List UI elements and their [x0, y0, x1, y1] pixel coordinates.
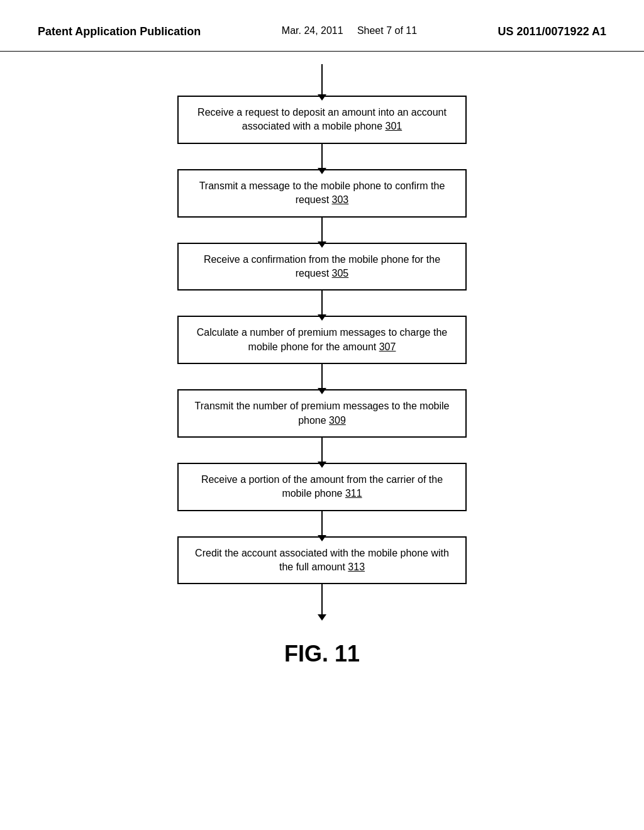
- header-date: Mar. 24, 2011: [282, 25, 343, 36]
- arrow-5: [321, 438, 323, 463]
- exit-arrow: [321, 584, 323, 616]
- step-305-receive-box: Receive a confirmation from the mobile p…: [177, 243, 467, 291]
- step-305-text: Receive a confirmation from the mobile p…: [204, 254, 440, 279]
- step-303-num: 303: [332, 194, 349, 205]
- arrow-4: [321, 364, 323, 389]
- step-309-text: Transmit the number of premium messages …: [195, 401, 450, 425]
- arrow-1: [321, 144, 323, 169]
- header-publication-label: Patent Application Publication: [38, 25, 201, 38]
- step-313-num: 313: [348, 562, 365, 572]
- page-header: Patent Application Publication Mar. 24, …: [0, 0, 644, 52]
- arrow-3: [321, 290, 323, 316]
- arrow-6: [321, 511, 323, 536]
- header-sheet: Sheet 7 of 11: [357, 25, 417, 36]
- entry-arrow: [321, 64, 323, 96]
- flowchart: Receive a request to deposit an amount i…: [165, 64, 479, 616]
- step-303-text: Transmit a message to the mobile phone t…: [199, 180, 445, 205]
- step-307-text: Calculate a number of premium messages t…: [197, 327, 447, 351]
- step-309-transmit-box: Transmit the number of premium messages …: [177, 389, 467, 438]
- step-313-credit-box: Credit the account associated with the m…: [177, 536, 467, 585]
- step-311-text: Receive a portion of the amount from the…: [201, 474, 443, 499]
- step-301-text: Receive a request to deposit an amount i…: [197, 107, 447, 131]
- header-patent-number: US 2011/0071922 A1: [498, 25, 606, 38]
- step-301-num: 301: [386, 121, 402, 131]
- step-311-receive-box: Receive a portion of the amount from the…: [177, 463, 467, 511]
- step-303-transmit-box: Transmit a message to the mobile phone t…: [177, 169, 467, 218]
- step-307-calculate-box: Calculate a number of premium messages t…: [177, 316, 467, 364]
- arrow-2: [321, 218, 323, 243]
- step-305-num: 305: [332, 268, 349, 279]
- header-date-sheet: Mar. 24, 2011 Sheet 7 of 11: [282, 25, 417, 36]
- figure-label: FIG. 11: [284, 641, 360, 667]
- step-313-text: Credit the account associated with the m…: [195, 548, 449, 572]
- step-301-receive-box: Receive a request to deposit an amount i…: [177, 96, 467, 144]
- main-content: Receive a request to deposit an amount i…: [0, 52, 644, 680]
- step-309-num: 309: [329, 415, 346, 426]
- step-311-num: 311: [345, 488, 362, 499]
- step-307-num: 307: [379, 341, 396, 352]
